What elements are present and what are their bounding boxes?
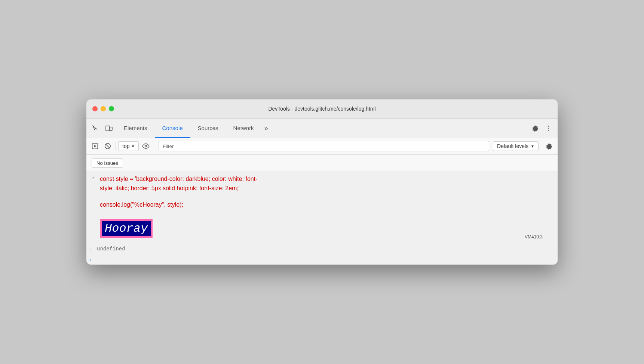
code-line-1: const style = 'background-color: darkblu… <box>100 174 522 184</box>
inspect-element-icon[interactable] <box>89 122 101 134</box>
settings-icon[interactable] <box>529 122 541 134</box>
tab-network[interactable]: Network <box>226 118 261 138</box>
tab-sources[interactable]: Sources <box>190 118 226 138</box>
device-toolbar-icon[interactable] <box>103 122 115 134</box>
minimize-button[interactable] <box>101 106 106 111</box>
console-settings-icon[interactable] <box>543 141 555 152</box>
console-output: › const style = 'background-color: darkb… <box>86 172 553 265</box>
more-options-icon[interactable] <box>543 122 555 134</box>
console-entry-code: › const style = 'background-color: darkb… <box>86 172 553 244</box>
prompt-arrow-icon: › <box>89 257 91 262</box>
console-output-area: › const style = 'background-color: darkb… <box>86 172 558 265</box>
tabs-bar: Elements Console Sources Network » <box>86 119 558 138</box>
svg-point-9 <box>145 145 147 147</box>
svg-line-8 <box>106 144 110 148</box>
chevron-down-icon: ▼ <box>531 144 534 148</box>
undefined-value: undefined <box>97 246 125 252</box>
code-line-3: console.log("%cHooray", style); <box>100 200 522 210</box>
title-bar: DevTools - devtools.glitch.me/console/lo… <box>86 99 558 119</box>
toolbar-divider-3 <box>541 142 541 150</box>
close-button[interactable] <box>92 106 98 111</box>
toolbar-divider-1 <box>116 142 116 150</box>
hooray-output: Hooray <box>100 216 522 241</box>
tab-elements[interactable]: Elements <box>116 118 155 138</box>
traffic-lights <box>92 106 114 111</box>
svg-rect-1 <box>110 127 112 130</box>
filter-input[interactable] <box>159 141 489 151</box>
svg-rect-0 <box>106 126 110 131</box>
code-line-2: style: italic; border: 5px solid hotpink… <box>100 183 522 193</box>
return-arrow-icon: ← <box>89 246 94 252</box>
expand-arrow-icon[interactable]: › <box>89 174 97 180</box>
toolbar-divider-2 <box>154 142 154 150</box>
more-tabs-button[interactable]: » <box>261 118 271 138</box>
eye-icon[interactable] <box>140 141 151 152</box>
console-entry-undefined: ← undefined <box>86 244 553 255</box>
svg-marker-6 <box>94 145 96 148</box>
clear-console-icon[interactable] <box>102 141 113 152</box>
context-selector[interactable]: top ▼ <box>118 141 139 151</box>
code-content: const style = 'background-color: darkblu… <box>100 174 522 241</box>
console-toolbar: top ▼ Default levels ▼ <box>86 138 558 155</box>
window-title: DevTools - devtools.glitch.me/console/lo… <box>268 106 375 112</box>
no-issues-button[interactable]: No Issues <box>92 158 123 168</box>
devtools-window: DevTools - devtools.glitch.me/console/lo… <box>86 99 558 265</box>
tabs-right-actions <box>524 122 555 134</box>
divider <box>526 124 526 133</box>
chevron-down-icon: ▼ <box>131 144 135 148</box>
maximize-button[interactable] <box>109 106 114 111</box>
svg-point-3 <box>548 128 549 129</box>
run-script-icon[interactable] <box>89 141 101 152</box>
svg-point-4 <box>548 130 549 131</box>
default-levels-button[interactable]: Default levels ▼ <box>493 141 539 151</box>
issues-bar: No Issues <box>86 155 558 172</box>
source-link[interactable]: VM410:3 <box>525 234 549 241</box>
console-prompt[interactable]: › <box>86 255 553 265</box>
scrollbar[interactable] <box>553 172 558 265</box>
svg-point-2 <box>548 126 549 127</box>
tab-console[interactable]: Console <box>155 118 190 138</box>
